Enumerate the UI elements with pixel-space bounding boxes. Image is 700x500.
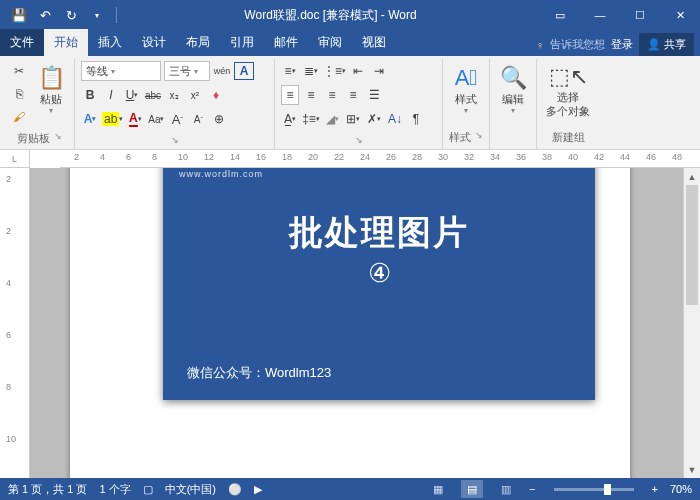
undo-icon[interactable]: ↶	[34, 4, 56, 26]
maximize-button[interactable]: ☐	[620, 0, 660, 30]
editing-button[interactable]: 🔍 编辑 ▾	[494, 59, 532, 123]
increase-indent-icon[interactable]: ⇥	[370, 61, 388, 81]
scroll-up-icon[interactable]: ▲	[684, 168, 700, 185]
paste-button[interactable]: 📋 粘贴 ▾	[32, 59, 70, 123]
group-font: 等线▾ 三号▾ wén A B I U▾ abc x₂ x² ♦ A▾ ab▾	[75, 59, 275, 149]
decrease-indent-icon[interactable]: ⇤	[349, 61, 367, 81]
ribbon-options-icon[interactable]: ▭	[540, 0, 580, 30]
font-size-combo[interactable]: 三号▾	[164, 61, 210, 81]
save-icon[interactable]: 💾	[8, 4, 30, 26]
paragraph-dialog-launcher[interactable]: ↘	[355, 135, 363, 145]
grow-font-icon[interactable]: Aˇ	[168, 109, 186, 129]
status-language[interactable]: 中文(中国)	[165, 482, 216, 497]
styles-icon: A⃯	[455, 66, 478, 90]
styles-dialog-launcher[interactable]: ↘	[475, 130, 483, 145]
status-wordcount[interactable]: 1 个字	[99, 482, 130, 497]
view-web-icon[interactable]: ▥	[495, 480, 517, 498]
cut-icon[interactable]: ✂	[10, 61, 28, 81]
tab-layout[interactable]: 布局	[176, 29, 220, 56]
copy-icon[interactable]: ⎘	[10, 84, 28, 104]
status-insert-icon[interactable]: ⚪	[228, 483, 242, 496]
status-bar: 第 1 页，共 1 页 1 个字 ▢ 中文(中国) ⚪ ▶ ▦ ▤ ▥ − + …	[0, 478, 700, 500]
bullets-icon[interactable]: ≡▾	[281, 61, 299, 81]
vertical-scrollbar[interactable]: ▲ ▼	[683, 168, 700, 478]
share-button[interactable]: 👤 共享	[639, 33, 694, 56]
line-spacing-icon[interactable]: ‡≡▾	[302, 109, 320, 129]
find-icon: 🔍	[500, 66, 527, 90]
tab-view[interactable]: 视图	[352, 29, 396, 56]
align-right-icon[interactable]: ≡	[323, 85, 341, 105]
bold-button[interactable]: B	[81, 85, 99, 105]
slide-title: 批处理图片	[163, 210, 595, 256]
tab-file[interactable]: 文件	[0, 29, 44, 56]
sort-icon[interactable]: ✗▾	[365, 109, 383, 129]
align-center-icon[interactable]: ≡	[302, 85, 320, 105]
styles-button[interactable]: A⃯ 样式 ▾	[447, 59, 485, 123]
shrink-font-icon[interactable]: Aˇ	[189, 109, 207, 129]
shading-icon[interactable]: ◢▾	[323, 109, 341, 129]
group-select-objects: ⬚↖ 选择 多个对象 新建组	[537, 59, 599, 149]
slide-logo: Word联盟 www.wordlm.com	[179, 168, 263, 179]
strikethrough-button[interactable]: abc	[144, 85, 162, 105]
clipboard-dialog-launcher[interactable]: ↘	[54, 131, 62, 146]
document-canvas[interactable]: Word联盟 www.wordlm.com 批处理图片 ④ 微信公众号：Word…	[30, 168, 683, 478]
inserted-image[interactable]: Word联盟 www.wordlm.com 批处理图片 ④ 微信公众号：Word…	[163, 168, 595, 400]
underline-button[interactable]: U▾	[123, 85, 141, 105]
status-page[interactable]: 第 1 页，共 1 页	[8, 482, 87, 497]
subscript-button[interactable]: x₂	[165, 85, 183, 105]
text-effects-icon[interactable]: A▾	[81, 109, 99, 129]
show-marks-icon[interactable]: A↓	[386, 109, 404, 129]
italic-button[interactable]: I	[102, 85, 120, 105]
zoom-slider[interactable]	[554, 488, 634, 491]
close-button[interactable]: ✕	[660, 0, 700, 30]
tab-review[interactable]: 审阅	[308, 29, 352, 56]
text-direction-icon[interactable]: A̲▾	[281, 109, 299, 129]
group-editing: 🔍 编辑 ▾	[490, 59, 537, 149]
select-objects-icon: ⬚↖	[549, 65, 588, 89]
enclose-char-icon[interactable]: ⊕	[210, 109, 228, 129]
document-area: 2246810 Word联盟 www.wordlm.com 批处理图片 ④ 微信…	[0, 168, 700, 478]
char-shading-icon[interactable]: Aa▾	[147, 109, 165, 129]
borders-icon[interactable]: ⊞▾	[344, 109, 362, 129]
window-title: Word联盟.doc [兼容模式] - Word	[121, 7, 540, 24]
format-painter-icon[interactable]: 🖌	[10, 107, 28, 127]
view-print-icon[interactable]: ▤	[461, 480, 483, 498]
minimize-button[interactable]: —	[580, 0, 620, 30]
highlight-icon[interactable]: ab▾	[102, 109, 123, 129]
vertical-ruler[interactable]: 2246810	[0, 168, 30, 478]
qat-customize-icon[interactable]: ▾	[86, 4, 108, 26]
scroll-down-icon[interactable]: ▼	[684, 461, 700, 478]
horizontal-ruler[interactable]: 2468101214161820222426283032343638404244…	[60, 150, 700, 168]
font-dialog-launcher[interactable]: ↘	[171, 135, 179, 145]
tab-design[interactable]: 设计	[132, 29, 176, 56]
distribute-icon[interactable]: ☰	[365, 85, 383, 105]
justify-icon[interactable]: ≡	[344, 85, 362, 105]
zoom-in-button[interactable]: +	[652, 483, 658, 495]
clear-format-icon[interactable]: ♦	[207, 85, 225, 105]
phonetic-guide-icon[interactable]: wén	[213, 61, 231, 81]
zoom-level[interactable]: 70%	[670, 483, 692, 495]
tell-me-input[interactable]: 告诉我您想	[550, 37, 605, 52]
paragraph-marks-icon[interactable]: ¶	[407, 109, 425, 129]
status-macro-icon[interactable]: ▶	[254, 483, 262, 496]
group-styles: A⃯ 样式 ▾ 样式↘	[443, 59, 490, 149]
signin-link[interactable]: 登录	[611, 37, 633, 52]
numbering-icon[interactable]: ≣▾	[302, 61, 320, 81]
align-left-icon[interactable]: ≡	[281, 85, 299, 105]
status-proofing-icon[interactable]: ▢	[143, 483, 153, 496]
tab-home[interactable]: 开始	[44, 29, 88, 56]
font-family-combo[interactable]: 等线▾	[81, 61, 161, 81]
zoom-out-button[interactable]: −	[529, 483, 535, 495]
superscript-button[interactable]: x²	[186, 85, 204, 105]
multilevel-icon[interactable]: ⋮≡▾	[323, 61, 346, 81]
select-multiple-button[interactable]: ⬚↖ 选择 多个对象	[541, 59, 595, 123]
tab-insert[interactable]: 插入	[88, 29, 132, 56]
char-border-icon[interactable]: A	[234, 62, 254, 80]
tab-mailings[interactable]: 邮件	[264, 29, 308, 56]
group-paragraph: ≡▾ ≣▾ ⋮≡▾ ⇤ ⇥ ≡ ≡ ≡ ≡ ☰ A̲▾ ‡≡▾ ◢▾	[275, 59, 443, 149]
font-color-icon[interactable]: A▾	[126, 109, 144, 129]
redo-icon[interactable]: ↻	[60, 4, 82, 26]
scroll-thumb[interactable]	[686, 185, 698, 305]
view-read-icon[interactable]: ▦	[427, 480, 449, 498]
tab-references[interactable]: 引用	[220, 29, 264, 56]
